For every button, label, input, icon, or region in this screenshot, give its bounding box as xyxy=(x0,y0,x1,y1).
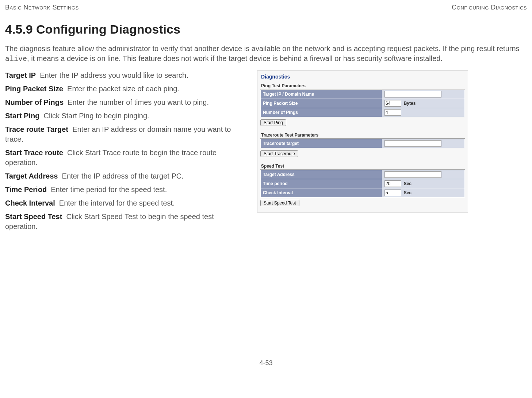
trace-target-input[interactable] xyxy=(384,140,441,147)
ping-size-input[interactable] xyxy=(384,100,401,107)
intro-code: alive xyxy=(5,55,27,63)
ping-group-title: Ping Test Parameters xyxy=(260,83,465,89)
def-term: Ping Packet Size xyxy=(5,85,63,93)
intro-paragraph: The diagnosis feature allow the administ… xyxy=(5,44,527,64)
def-desc: Enter time period for the speed test. xyxy=(51,185,167,194)
speed-addr-label: Target Address xyxy=(261,170,382,179)
def-term: Start Ping xyxy=(5,112,39,120)
intro-post: , it means a device is on line. This fea… xyxy=(27,54,443,62)
speed-group-title: Speed Test xyxy=(260,164,465,170)
section-heading: 4.5.9 Configuring Diagnostics xyxy=(5,22,527,37)
ping-count-input[interactable] xyxy=(384,109,401,116)
def-desc: Click Start Ping to begin pinging. xyxy=(44,112,149,120)
header-right: Configuring Diagnostics xyxy=(452,4,527,11)
panel-title: Diagnostics xyxy=(261,74,465,80)
header-left: Basic Network Settings xyxy=(5,4,79,11)
def-term: Time Period xyxy=(5,185,47,194)
definitions-list: Target IP Enter the IP address you would… xyxy=(5,70,242,235)
def-term: Target Address xyxy=(5,172,58,180)
def-term: Trace route Target xyxy=(5,125,68,133)
speed-period-input[interactable] xyxy=(384,180,401,187)
def-term: Start Speed Test xyxy=(5,213,62,221)
def-desc: Enter the packet size of each ping. xyxy=(67,85,179,93)
trace-group-title: Traceroute Test Parameters xyxy=(260,133,465,139)
ping-size-label: Ping Packet Size xyxy=(261,99,382,108)
ping-count-label: Number of Pings xyxy=(261,108,382,117)
def-term: Target IP xyxy=(5,71,36,79)
start-ping-button[interactable]: Start Ping xyxy=(260,119,286,126)
ping-size-unit: Bytes xyxy=(404,101,416,106)
page-number: 4-53 xyxy=(5,359,527,367)
def-term: Number of Pings xyxy=(5,98,64,106)
trace-target-label: Traceroute target xyxy=(261,139,382,148)
def-desc: Enter the IP address of the target PC. xyxy=(62,172,184,180)
def-term: Check Interval xyxy=(5,199,55,207)
speed-interval-input[interactable] xyxy=(384,190,401,196)
def-desc: Enter the number of times you want to pi… xyxy=(68,98,209,106)
def-term: Start Trace route xyxy=(5,149,63,157)
speed-addr-input[interactable] xyxy=(384,171,441,178)
speed-interval-label: Check Interval xyxy=(261,188,382,198)
def-desc: Enter the interval for the speed test. xyxy=(59,199,175,207)
ping-target-input[interactable] xyxy=(384,91,441,97)
speed-period-unit: Sec xyxy=(404,181,412,186)
diagnostics-panel: Diagnostics Ping Test Parameters Target … xyxy=(257,70,468,213)
start-traceroute-button[interactable]: Start Traceroute xyxy=(260,150,298,157)
speed-interval-unit: Sec xyxy=(404,190,412,195)
start-speed-test-button[interactable]: Start Speed Test xyxy=(260,200,299,206)
speed-period-label: Time period xyxy=(261,179,382,188)
def-desc: Enter the IP address you would like to s… xyxy=(40,71,188,79)
intro-pre: The diagnosis feature allow the administ… xyxy=(5,45,520,53)
ping-target-label: Target IP / Domain Name xyxy=(261,90,382,99)
